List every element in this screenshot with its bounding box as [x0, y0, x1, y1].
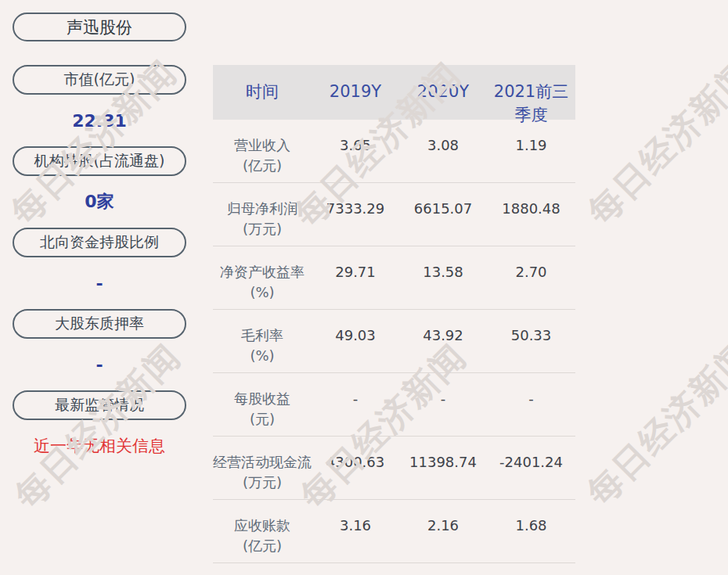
- cell-value: 11398.74: [399, 452, 487, 499]
- cell-value: -: [312, 389, 399, 436]
- metric-unit: (亿元): [213, 156, 312, 176]
- stock-name-pill: 声迅股份: [13, 13, 186, 41]
- cell-value: 50.33: [487, 325, 575, 372]
- header-2021q3: 2021前三季度: [487, 65, 575, 127]
- table-row: 毛利率 (%) 49.03 43.92 50.33: [213, 310, 575, 373]
- table-header-row: 时间 2019Y 2020Y 2021前三季度: [213, 65, 575, 120]
- stock-summary-card: 每日经济新闻 每日经济新闻 每日经济新闻 每日经济新闻 每日经济新闻 每日经济新…: [0, 0, 728, 575]
- cell-value: 13.58: [399, 262, 487, 309]
- metric-name: 净资产收益率: [213, 262, 312, 282]
- cell-value: -2401.24: [487, 452, 575, 499]
- cell-value: 6615.07: [399, 199, 487, 246]
- cell-value: 49.03: [312, 325, 399, 372]
- metric-unit: (亿元): [213, 536, 312, 556]
- metric-unit: (%): [213, 282, 312, 303]
- row-label: 净资产收益率 (%): [213, 262, 312, 309]
- metric-name: 营业收入: [213, 135, 312, 156]
- financial-table: 时间 2019Y 2020Y 2021前三季度 营业收入 (亿元) 3.65 3…: [213, 65, 575, 563]
- metric-unit: (万元): [213, 219, 312, 239]
- cell-value: 1.68: [487, 516, 575, 562]
- cell-value: -: [487, 389, 575, 436]
- metric-name: 每股收益: [213, 389, 312, 409]
- stat-label-pill: 北向资金持股比例: [13, 228, 186, 257]
- metric-name: 应收账款: [213, 516, 312, 536]
- table-row: 每股收益 (元) - - -: [213, 373, 575, 437]
- header-2019: 2019Y: [312, 65, 399, 127]
- watermark-text: 每日经济新闻: [578, 50, 728, 235]
- cell-value: 43.92: [399, 325, 487, 372]
- stat-northbound-holding: 北向资金持股比例 -: [13, 228, 186, 309]
- stat-label-pill: 市值(亿元): [13, 65, 186, 95]
- row-label: 应收账款 (亿元): [213, 516, 312, 562]
- stat-value: -: [13, 257, 186, 309]
- stat-market-cap: 市值(亿元) 22.31: [13, 65, 186, 146]
- stat-label-pill: 机构持股(占流通盘): [13, 146, 186, 176]
- sidebar: 声迅股份 市值(亿元) 22.31 机构持股(占流通盘) 0家 北向资金持股比例…: [13, 13, 186, 472]
- table-row: 归母净利润 (万元) 7333.29 6615.07 1880.48: [213, 183, 575, 246]
- cell-value: 1.19: [487, 135, 575, 182]
- metric-unit: (元): [213, 409, 312, 429]
- row-label: 毛利率 (%): [213, 325, 312, 372]
- stat-value: 0家: [13, 176, 186, 228]
- row-label: 营业收入 (亿元): [213, 135, 312, 182]
- cell-value: -: [399, 389, 487, 436]
- stat-value: -: [13, 339, 186, 390]
- stat-value: 22.31: [13, 95, 186, 146]
- metric-name: 毛利率: [213, 325, 312, 346]
- stat-value-alert: 近一年无相关信息: [13, 420, 186, 472]
- cell-value: 2.16: [399, 516, 487, 562]
- stat-regulatory-status: 最新监管情况 近一年无相关信息: [13, 390, 186, 472]
- stat-pledge-ratio: 大股东质押率 -: [13, 309, 186, 390]
- row-label: 经营活动现金流 (万元): [213, 452, 312, 499]
- table-row: 净资产收益率 (%) 29.71 13.58 2.70: [213, 246, 575, 310]
- table-row: 经营活动现金流 (万元) 4300.63 11398.74 -2401.24: [213, 437, 575, 500]
- row-label: 每股收益 (元): [213, 389, 312, 436]
- stat-label-pill: 最新监管情况: [13, 390, 186, 420]
- cell-value: 7333.29: [312, 199, 399, 246]
- header-time: 时间: [213, 65, 312, 127]
- cell-value: 3.08: [399, 135, 487, 182]
- table-row: 营业收入 (亿元) 3.65 3.08 1.19: [213, 120, 575, 183]
- stat-institutional-holding: 机构持股(占流通盘) 0家: [13, 146, 186, 228]
- metric-unit: (万元): [213, 473, 312, 493]
- cell-value: 2.70: [487, 262, 575, 309]
- cell-value: 1880.48: [487, 199, 575, 246]
- header-2020: 2020Y: [399, 65, 487, 127]
- metric-name: 归母净利润: [213, 199, 312, 219]
- metric-name: 经营活动现金流: [213, 452, 312, 473]
- cell-value: 3.16: [312, 516, 399, 562]
- table-row: 应收账款 (亿元) 3.16 2.16 1.68: [213, 500, 575, 563]
- cell-value: 4300.63: [312, 452, 399, 499]
- stat-label-pill: 大股东质押率: [13, 309, 186, 339]
- metric-unit: (%): [213, 346, 312, 366]
- watermark-text: 每日经济新闻: [578, 331, 728, 516]
- row-label: 归母净利润 (万元): [213, 199, 312, 246]
- cell-value: 3.65: [312, 135, 399, 182]
- cell-value: 29.71: [312, 262, 399, 309]
